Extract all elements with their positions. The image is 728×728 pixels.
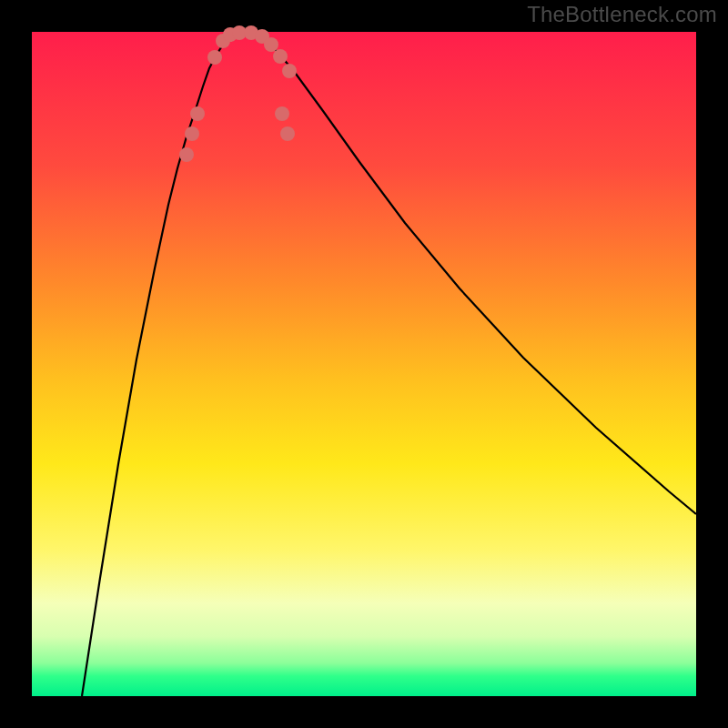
marker-dot [190,106,205,121]
marker-dot [282,64,297,78]
marker-dot [275,106,289,121]
chart-svg [32,32,696,696]
watermark-text: TheBottleneck.com [527,2,717,27]
marker-dot [185,126,199,141]
left-branch-line [82,33,237,696]
right-branch-line [255,33,696,514]
marker-dot [179,147,194,162]
marker-dot [264,37,278,52]
marker-dot [207,50,222,65]
marker-dot [273,49,288,64]
marker-dots [179,25,297,162]
marker-dot [280,126,295,141]
outer-frame: TheBottleneck.com [0,0,728,728]
